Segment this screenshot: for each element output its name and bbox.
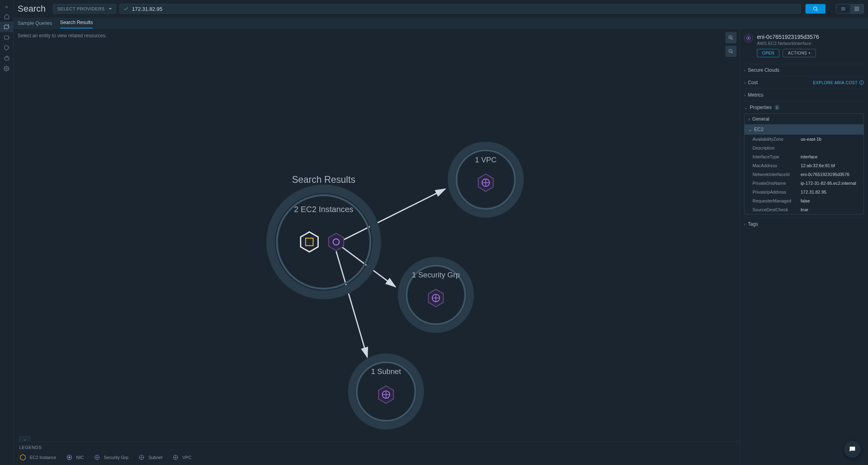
section-cost[interactable]: › Cost EXPLORE ARIA COST [744, 80, 864, 85]
prop-val: 172.31.82.95 [801, 190, 826, 194]
group-label: EC2 [754, 127, 763, 132]
prop-key: SourceDestCheck [753, 207, 801, 212]
explore-cost-link[interactable]: EXPLORE ARIA COST [813, 80, 864, 85]
prop-val: 12:ab:32:6e:81:bf [801, 163, 835, 168]
subnet-legend-icon [138, 454, 145, 461]
nic-legend-icon [66, 454, 73, 461]
sidenav-expand-button[interactable]: » [0, 2, 14, 11]
search-button[interactable] [805, 4, 826, 14]
ec2-props-list: AvailabilityZoneus-east-1b Description I… [745, 135, 864, 214]
chevron-right-icon: › [744, 68, 745, 73]
subnet-node[interactable] [378, 386, 393, 404]
svg-point-3 [813, 7, 817, 10]
entity-title: eni-0c7651923195d3576 [757, 34, 864, 40]
legend-label: Subnet [148, 455, 162, 460]
nav-security[interactable]: › [0, 42, 14, 53]
legends-panel: ⌄ LEGENDS EC2 Instance NIC [14, 441, 740, 465]
view-list-button[interactable] [836, 4, 850, 13]
section-metrics[interactable]: › Metrics [744, 92, 864, 98]
legend-subnet: Subnet [138, 454, 162, 461]
chat-bubble-button[interactable] [844, 441, 861, 458]
tab-search-results[interactable]: Search Results [60, 20, 93, 28]
chevron-right-icon: › [8, 67, 10, 71]
entity-type: AWS.EC2.NetworkInterface [757, 41, 864, 46]
svg-line-13 [732, 38, 733, 40]
svg-marker-24 [301, 232, 318, 252]
svg-rect-1 [4, 57, 9, 60]
prop-val: eni-0c7651923195d3576 [801, 172, 850, 177]
entity-type-icon [744, 34, 753, 42]
graph-area: Select an entity to view related resourc… [14, 29, 740, 465]
prop-val: false [801, 198, 810, 203]
nic-node[interactable] [329, 233, 344, 251]
svg-rect-9 [857, 7, 859, 8]
svg-rect-11 [857, 9, 859, 11]
actions-dropdown[interactable]: ACTIONS ▾ [783, 49, 815, 57]
prop-row: RequesterManagedfalse [745, 196, 864, 205]
svg-point-48 [69, 457, 71, 459]
actions-label: ACTIONS [788, 51, 807, 55]
chevron-right-icon: › [744, 222, 745, 226]
provider-dropdown[interactable]: SELECT PROVIDERS [53, 4, 116, 14]
nav-inventory[interactable] [0, 53, 14, 63]
nav-home[interactable] [0, 11, 14, 22]
search-input[interactable] [132, 6, 800, 12]
chevron-down-icon: ⌄ [744, 105, 747, 110]
nav-findings[interactable]: › [0, 32, 14, 42]
prop-row: Description [745, 144, 864, 152]
legend-label: Security Grp [104, 455, 128, 460]
svg-marker-26 [329, 233, 344, 251]
open-button[interactable]: OPEN [757, 49, 779, 57]
prop-row: SourceDestChecktrue [745, 205, 864, 214]
props-group-general[interactable]: › General [745, 114, 864, 124]
chevron-right-icon: › [749, 117, 750, 121]
list-icon [840, 6, 846, 12]
prop-row: PrivateIpAddress172.31.82.95 [745, 188, 864, 196]
nav-explore[interactable]: › [0, 22, 14, 32]
props-group-ec2[interactable]: ⌄ EC2 [745, 124, 864, 135]
prop-row: NetworkInterfaceIdeni-0c7651923195d3576 [745, 170, 864, 179]
secgrp-node[interactable] [429, 289, 443, 307]
secgrp-legend-icon [93, 454, 101, 461]
legend-nic: NIC [66, 454, 84, 461]
chevron-right-icon: › [8, 36, 10, 39]
chevron-right-icon: › [8, 25, 10, 29]
graph-icon [854, 6, 860, 12]
hint-text: Select an entity to view related resourc… [14, 29, 740, 42]
prop-val: true [801, 207, 808, 212]
svg-point-2 [6, 68, 7, 69]
chevron-down-icon: ⌄ [749, 127, 752, 132]
topology-svg: Search Results 2 EC2 Instances [14, 42, 740, 441]
graph-canvas[interactable]: Search Results 2 EC2 Instances [14, 42, 740, 441]
ec2-node[interactable] [301, 232, 318, 252]
section-label: Secure Clouds [748, 67, 779, 73]
info-icon [859, 80, 864, 85]
section-properties[interactable]: ⌄ Properties 2 [744, 105, 864, 110]
legend-label: VPC [182, 455, 192, 460]
ec2-legend-icon [19, 454, 26, 461]
section-label: Properties [750, 105, 772, 110]
search-field-wrap [119, 4, 801, 14]
legend-label: EC2 Instance [30, 455, 56, 460]
details-panel: eni-0c7651923195d3576 AWS.EC2.NetworkInt… [740, 29, 868, 465]
zoom-in-icon [728, 35, 734, 40]
section-secure-clouds[interactable]: › Secure Clouds [744, 67, 864, 73]
provider-label: SELECT PROVIDERS [57, 6, 105, 11]
link-label: EXPLORE ARIA COST [813, 81, 858, 85]
svg-rect-0 [4, 36, 9, 39]
prop-key: PrivateDnsName [753, 181, 801, 186]
section-tags[interactable]: › Tags [744, 221, 864, 227]
legend-ec2: EC2 Instance [19, 454, 56, 461]
chat-icon [848, 445, 856, 453]
legend-vpc: VPC [172, 454, 192, 461]
prop-row: AvailabilityZoneus-east-1b [745, 135, 864, 144]
check-icon [123, 6, 129, 12]
prop-key: RequesterManaged [753, 198, 801, 203]
chevron-down-icon: ▾ [809, 51, 811, 55]
tab-sample-queries[interactable]: Sample Queries [18, 20, 52, 28]
nav-settings[interactable]: › [0, 63, 14, 74]
zoom-in-button[interactable] [725, 32, 736, 43]
svg-point-59 [748, 37, 749, 39]
view-graph-button[interactable] [850, 4, 864, 13]
vpc-node[interactable] [478, 174, 493, 192]
